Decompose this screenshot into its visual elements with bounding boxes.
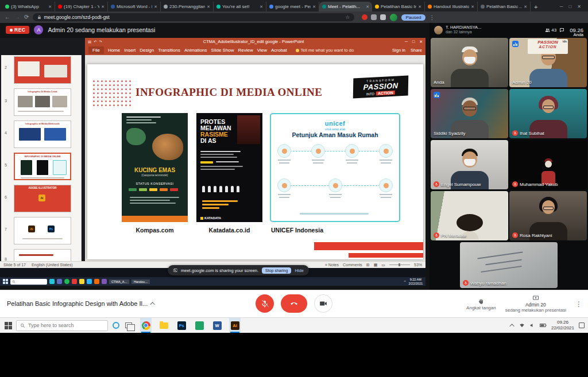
- participant-tile-engel[interactable]: Engel Sumampouw: [431, 140, 508, 189]
- profile-avatar[interactable]: [390, 14, 397, 21]
- meeting-title[interactable]: Pelatihan Basic Infographic Design with …: [7, 300, 155, 307]
- check-icon: [216, 5, 220, 9]
- stat-bar: [202, 207, 219, 209]
- poster-subtitle: (Catopuma temminckii): [122, 174, 188, 177]
- zoom-slider: [389, 265, 410, 265]
- tab-close-icon[interactable]: ✕: [207, 5, 210, 9]
- network-icon[interactable]: [519, 322, 525, 328]
- end-call-button[interactable]: [281, 294, 307, 313]
- protest-photo: [237, 115, 260, 144]
- extension-icon[interactable]: [362, 14, 368, 20]
- text-placeholder: [200, 169, 235, 170]
- ribbon-tab-file: File: [88, 46, 104, 54]
- maximize-icon[interactable]: □: [568, 4, 571, 9]
- taskbar-explorer-icon[interactable]: [158, 318, 169, 333]
- extension-icon[interactable]: [371, 14, 377, 20]
- taskbar-photoshop-icon[interactable]: Ps: [176, 318, 187, 333]
- participant-tile-anda[interactable]: Anda: [431, 38, 508, 87]
- taskbar-search-input[interactable]: Type here to search: [16, 320, 108, 331]
- presenting-status[interactable]: Admin 20 sedang melakukan presentasi: [505, 295, 566, 313]
- meet-icon: [322, 5, 326, 9]
- participant-tile-rosa[interactable]: Rosa Rakhtyani: [509, 191, 587, 240]
- tab-pelatihan-1[interactable]: Pelatihan Basic Inf✕: [372, 2, 425, 11]
- ribbon-tab-home: Home: [108, 48, 120, 53]
- participant-name: Siddiki Syadzily: [434, 131, 466, 136]
- tab-close-icon[interactable]: ✕: [101, 5, 105, 9]
- presenter-taskbar: CTMA_A... Handou... ^ 9:22 AM2/22/2021: [0, 277, 425, 286]
- tab-handout[interactable]: Handout Illustrato✕: [425, 2, 478, 11]
- participant-tile-yakub[interactable]: Muhammad Yakub: [509, 140, 587, 189]
- raise-hand-button[interactable]: Angkat tangan: [466, 298, 496, 310]
- tab-all-set[interactable]: You're all set!✕: [214, 2, 266, 11]
- tab-close-icon[interactable]: ✕: [366, 5, 369, 9]
- tab-google-meet-search[interactable]: google meet - Pen✕: [266, 2, 319, 11]
- tab-close-icon[interactable]: ✕: [154, 5, 157, 9]
- window-controls: ─□✕: [560, 4, 586, 11]
- participant-name: Rosa Rakhtyani: [512, 232, 552, 238]
- participant-tile-siddiki[interactable]: Siddiki Syadzily: [431, 89, 508, 138]
- cortana-icon[interactable]: [113, 322, 119, 329]
- forward-icon[interactable]: →: [14, 14, 20, 20]
- tab-youtube[interactable]: (19) Chapter 1 - Yo✕: [55, 2, 108, 11]
- participant-tile-ihat[interactable]: Ihat Subihat: [509, 89, 587, 138]
- battery-icon[interactable]: [540, 322, 547, 328]
- map-illustration: [126, 128, 146, 145]
- browser-menu-icon[interactable]: ⋮: [430, 14, 435, 21]
- people-icon: [545, 28, 550, 33]
- taskbar-word-icon[interactable]: W: [211, 318, 223, 333]
- chat-icon[interactable]: [559, 28, 564, 33]
- puzzle-extensions-icon[interactable]: [380, 14, 386, 20]
- tab-close-icon[interactable]: ✕: [260, 5, 263, 9]
- participant-tile-pn-merauke[interactable]: PN Merauke: [431, 191, 508, 240]
- camera-button[interactable]: [314, 294, 332, 313]
- passion-into-action-logo: TRANSFORM PASSION INTOACTION: [353, 75, 408, 98]
- slide-thumbnail: Infographic di Media Elektronik: [14, 121, 71, 148]
- reload-icon[interactable]: ⟳: [24, 14, 29, 20]
- participant-count-button[interactable]: 43: [545, 28, 556, 33]
- sync-paused-badge[interactable]: Paused: [401, 14, 425, 21]
- text-placeholder: [130, 200, 170, 201]
- bookmark-star-icon[interactable]: ☆: [345, 14, 350, 20]
- tab-close-icon[interactable]: ✕: [471, 5, 474, 9]
- more-options-icon[interactable]: ⋮: [575, 300, 582, 308]
- task-button: CTMA_A...: [109, 279, 129, 284]
- stat-bar: [202, 204, 229, 205]
- participant-tile-admin20[interactable]: ids PASSION ACTION Admin 20: [509, 38, 587, 87]
- normal-view-icon: ⊞: [366, 263, 370, 267]
- call-controls: [256, 294, 332, 313]
- minimize-icon[interactable]: ─: [560, 4, 563, 9]
- taskbar-excel-icon[interactable]: [194, 318, 205, 333]
- taskbar-chrome-icon[interactable]: [140, 318, 152, 333]
- tab-pelatihan-2[interactable]: Pelatihan Basic ...✕: [478, 2, 531, 11]
- tab-pemanggilan[interactable]: 230-Pemanggilan ...✕: [161, 2, 214, 11]
- taskbar-illustrator-icon[interactable]: Ai: [229, 318, 241, 333]
- whatsapp-icon: [5, 5, 9, 9]
- highlight-chip: [200, 161, 213, 164]
- poster-label-unicef: UNICEF Indonesia: [271, 227, 323, 234]
- slide-sorter-icon: ▦: [374, 263, 378, 267]
- tab-word[interactable]: Microsoft Word - R✕: [108, 2, 161, 11]
- tray-caret-icon[interactable]: [509, 324, 514, 328]
- tab-close-icon[interactable]: ✕: [418, 5, 421, 9]
- url-input[interactable]: meet.google.com/szd-podt-gst ☆: [33, 13, 354, 21]
- browser-tab-bar: (3) WhatsApp✕ (19) Chapter 1 - Yo✕ Micro…: [0, 0, 588, 11]
- tab-close-icon[interactable]: ✕: [312, 5, 316, 9]
- participant-name: Engel Sumampouw: [434, 181, 481, 187]
- new-tab-button[interactable]: +: [534, 3, 537, 10]
- start-button[interactable]: [0, 322, 16, 329]
- thumb-number: 5: [5, 163, 7, 167]
- back-icon[interactable]: ←: [5, 14, 10, 20]
- tab-close-icon[interactable]: ✕: [48, 5, 52, 9]
- action-center-icon[interactable]: [579, 322, 585, 328]
- close-icon[interactable]: ✕: [577, 4, 581, 9]
- tab-close-icon[interactable]: ✕: [524, 5, 527, 9]
- participant-name: Ihat Subihat: [512, 130, 544, 136]
- volume-icon[interactable]: [529, 322, 535, 328]
- undo-icon: ↶: [94, 40, 96, 44]
- mute-microphone-button[interactable]: [256, 294, 274, 313]
- tab-whatsapp[interactable]: (3) WhatsApp✕: [2, 2, 55, 11]
- taskbar-clock[interactable]: 09.2622/02/2021: [551, 320, 574, 331]
- tab-meet-active[interactable]: Meet - Pelatih...✕: [319, 2, 372, 11]
- participant-tile-wahyu[interactable]: Wahyu ramadhan: [460, 242, 558, 288]
- task-view-icon[interactable]: [125, 322, 132, 328]
